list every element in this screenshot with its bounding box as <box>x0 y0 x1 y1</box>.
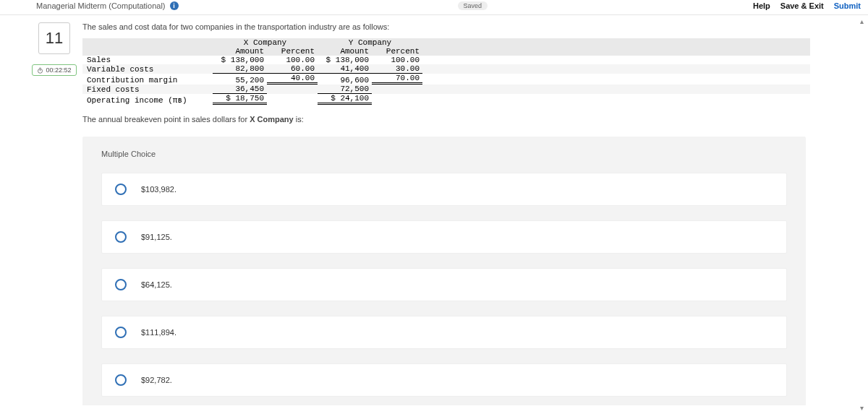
col-amount-x: Amount <box>213 47 267 56</box>
question-prompt: The annual breakeven point in sales doll… <box>82 115 810 124</box>
stopwatch-icon <box>37 67 43 74</box>
question-main: The sales and cost data for two companie… <box>82 22 854 405</box>
question-intro: The sales and cost data for two companie… <box>82 22 810 31</box>
table-header: X Company Amount Percent Y Company Amoun… <box>82 38 810 56</box>
help-link[interactable]: Help <box>753 1 770 10</box>
answer-card: Multiple Choice $103,982. $91,125. $64,1… <box>82 137 806 405</box>
col-percent-y: Percent <box>372 47 422 56</box>
table-row-sales: Sales $ 138,000 100.00 $ 138,000 100.00 <box>82 56 810 64</box>
table-row-fixed-costs: Fixed costs 36,450 72,500 <box>82 85 810 94</box>
choice-b[interactable]: $91,125. <box>101 220 787 254</box>
choice-e[interactable]: $92,782. <box>101 363 787 397</box>
company-y-header: Y Company <box>349 38 391 47</box>
data-table: X Company Amount Percent Y Company Amoun… <box>82 38 810 105</box>
timer-chip: 00:22:52 <box>32 64 76 76</box>
info-icon[interactable]: i <box>170 1 179 10</box>
choice-d-text: $111,894. <box>141 328 176 337</box>
table-row-variable-costs: Variable costs 82,800 60.00 41,400 30.00 <box>82 64 810 74</box>
question-number-box: 11 <box>38 22 70 54</box>
table-row-operating-income: Operating income (πʙ) $ 18,750 $ 24,100 <box>82 94 810 105</box>
multiple-choice-heading: Multiple Choice <box>101 150 787 158</box>
scroll-up-arrow-icon[interactable]: ▴ <box>856 16 867 26</box>
saved-chip: Saved <box>458 1 488 10</box>
radio-icon <box>115 231 127 243</box>
save-exit-link[interactable]: Save & Exit <box>780 1 824 10</box>
choice-e-text: $92,782. <box>141 376 172 384</box>
radio-icon <box>115 279 127 290</box>
company-x-header: X Company <box>244 38 286 47</box>
radio-icon <box>115 327 127 338</box>
radio-icon <box>115 184 127 195</box>
choice-c-text: $64,125. <box>141 280 172 289</box>
choice-a-text: $103,982. <box>141 185 176 194</box>
question-sidebar: 11 00:22:52 <box>36 22 72 405</box>
scroll-down-arrow-icon[interactable]: ▾ <box>856 402 867 413</box>
choice-c[interactable]: $64,125. <box>101 268 787 301</box>
timer-value: 00:22:52 <box>46 66 71 74</box>
col-amount-y: Amount <box>318 47 372 56</box>
choice-d[interactable]: $111,894. <box>101 316 787 349</box>
top-bar-right: Help Save & Exit Submit <box>753 1 861 10</box>
choice-b-text: $91,125. <box>141 233 172 241</box>
col-percent-x: Percent <box>267 47 318 56</box>
submit-link[interactable]: Submit <box>834 1 861 10</box>
top-bar: Managerial Midterm (Computational) i Sav… <box>0 0 868 12</box>
table-row-contribution-margin: Contribution margin 55,200 40.00 96,600 … <box>82 74 810 85</box>
choice-a[interactable]: $103,982. <box>101 173 787 206</box>
top-bar-left: Managerial Midterm (Computational) i Sav… <box>36 1 488 10</box>
radio-icon <box>115 374 127 386</box>
assignment-title: Managerial Midterm (Computational) <box>36 1 166 10</box>
